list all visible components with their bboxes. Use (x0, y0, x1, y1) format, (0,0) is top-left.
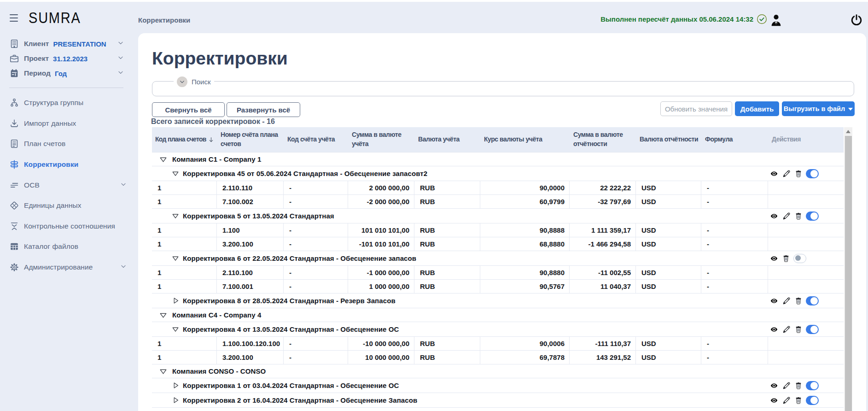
triangle-down-icon[interactable] (160, 156, 167, 163)
eye-icon[interactable] (769, 212, 779, 220)
triangle-down-icon[interactable] (172, 170, 179, 176)
sidebar-item-7[interactable]: Контрольные соотношения (0, 216, 138, 237)
expand-all-button[interactable]: Развернуть всё (227, 102, 300, 117)
table-cell: RUB (414, 266, 480, 279)
adjustment-row[interactable]: Корректировка 5 от 13.05.2024 Стандартна… (152, 209, 844, 223)
trash-icon[interactable] (795, 325, 802, 334)
enabled-toggle[interactable] (806, 169, 819, 178)
eye-icon[interactable] (769, 382, 779, 389)
table-row: 13.200.100--101 010 101,00RUB68,8880-1 4… (152, 237, 844, 251)
enabled-toggle[interactable] (806, 211, 819, 221)
trash-icon[interactable] (795, 382, 802, 390)
company-group-row[interactable]: Компания C1 - Company 1 (152, 153, 844, 166)
adjustment-row[interactable]: Корректировка 6 от 22.05.2024 Стандартна… (152, 251, 844, 266)
table-cell: -1 466 294,58 (569, 237, 635, 251)
pencil-icon[interactable] (782, 396, 791, 405)
add-button[interactable]: Добавить (735, 101, 779, 116)
export-to-file-button[interactable]: Выгрузить в файл (782, 101, 855, 116)
sidebar-item-8[interactable]: Каталог файлов (0, 236, 138, 257)
eye-icon[interactable] (769, 255, 779, 262)
pencil-icon[interactable] (782, 381, 791, 390)
adjustment-row[interactable]: Корректировка 4 от 13.05.2024 Стандартна… (152, 322, 844, 337)
sidebar-context-project[interactable]: Проект31.12.2023 (0, 51, 138, 66)
pencil-icon[interactable] (782, 325, 791, 334)
trash-icon[interactable] (795, 396, 802, 405)
power-icon[interactable] (851, 14, 862, 26)
table-cell: - (701, 195, 768, 208)
eye-icon[interactable] (769, 397, 779, 404)
triangle-right-icon[interactable] (172, 382, 179, 388)
user-icon[interactable] (771, 14, 781, 26)
table-cell: 69,7878 (480, 351, 569, 364)
sidebar-item-4[interactable]: Корректировки (0, 154, 138, 175)
pencil-icon[interactable] (782, 296, 791, 305)
eye-icon[interactable] (769, 326, 779, 333)
vertical-scrollbar[interactable] (844, 127, 852, 411)
sidebar-item-5[interactable]: ОСВ (0, 175, 138, 195)
search-input[interactable]: Поиск (152, 81, 854, 96)
adjustments-table: Код плана счетовНомер счёта плана счетов… (152, 127, 844, 408)
table-cell: - (283, 337, 348, 350)
table-cell: 22 222,22 (569, 181, 635, 194)
menu-icon[interactable] (10, 14, 18, 22)
trash-icon[interactable] (795, 170, 802, 178)
company-group-row[interactable]: Компания CONSO - CONSO (152, 364, 844, 378)
triangle-right-icon[interactable] (172, 397, 179, 403)
triangle-down-icon[interactable] (172, 213, 179, 219)
trash-icon[interactable] (795, 297, 802, 305)
trash-icon[interactable] (782, 254, 790, 263)
sidebar-item-1[interactable]: Структура группы (0, 93, 138, 113)
table-cell: - (283, 280, 348, 293)
adjustment-row[interactable]: Корректировка 1 от 03.04.2024 Стандартна… (152, 378, 844, 393)
sidebar-item-3[interactable]: План счетов (0, 134, 138, 154)
triangle-down-icon[interactable] (160, 368, 167, 375)
enabled-toggle[interactable] (806, 381, 819, 390)
sort-descending-icon[interactable] (208, 136, 215, 143)
eye-icon[interactable] (769, 170, 779, 177)
menu-icon-line (10, 18, 18, 18)
scrollbar-thumb[interactable] (845, 136, 852, 411)
sidebar-item-9[interactable]: Администрирование (0, 257, 138, 278)
enabled-toggle[interactable] (806, 396, 819, 405)
sidebar-context-client[interactable]: КлиентPRESENTATION (0, 36, 138, 51)
eye-icon[interactable] (769, 297, 779, 305)
lines-icon (9, 180, 19, 190)
pencil-icon[interactable] (782, 169, 791, 178)
eye-icon (769, 297, 779, 305)
adjustment-row[interactable]: Корректировка 2 от 16.04.2024 Стандартна… (152, 393, 844, 408)
sidebar-context-period[interactable]: ПериодГод (0, 66, 138, 81)
enabled-toggle[interactable] (806, 325, 819, 334)
lines-icon (9, 180, 19, 190)
document-icon (9, 139, 19, 149)
adjustment-row[interactable]: Корректировка 45 от 05.06.2024 Стандартн… (152, 166, 844, 181)
refresh-values-button[interactable]: Обновить значения (660, 101, 732, 116)
enabled-toggle[interactable] (806, 296, 819, 305)
pencil-icon[interactable] (782, 211, 791, 220)
triangle-down-icon[interactable] (172, 326, 179, 332)
sidebar-item-2[interactable]: Импорт данных (0, 113, 138, 134)
sidebar-item-label: Администрирование (24, 263, 93, 271)
adjustment-label: Корректировка 6 от 22.05.2024 Стандартна… (183, 254, 416, 262)
triangle-down-icon[interactable] (160, 312, 167, 318)
download-icon (9, 118, 19, 129)
adjustment-row[interactable]: Корректировка 8 от 28.05.2024 Стандартна… (152, 294, 844, 308)
column-header: Курс валюты учёта (480, 127, 569, 152)
table-row: 12.110.100--1 000 000,00RUB90,8880-11 00… (152, 266, 844, 280)
triangle-down-icon[interactable] (172, 255, 179, 261)
company-group-row[interactable]: Компания C4 - Company 4 (152, 308, 844, 322)
sidebar-context-list: КлиентPRESENTATIONПроект31.12.2023Период… (0, 36, 138, 81)
sidebar-item-6[interactable]: Единицы данных (0, 195, 138, 216)
check-circle-icon (757, 14, 767, 24)
trash-icon[interactable] (795, 212, 802, 220)
signpost-icon (9, 159, 19, 170)
table-cell: 2.110.100 (216, 266, 283, 279)
collapse-all-button[interactable]: Свернуть всё (152, 102, 225, 117)
enabled-toggle[interactable] (793, 254, 806, 263)
calendar-icon (9, 68, 19, 78)
triangle-right-icon[interactable] (172, 298, 179, 304)
scrollbar-up-button[interactable] (844, 127, 852, 136)
building-icon (9, 39, 19, 49)
search-text-input[interactable] (157, 82, 849, 95)
pencil-icon (782, 296, 791, 305)
table-cell: - (283, 181, 348, 194)
